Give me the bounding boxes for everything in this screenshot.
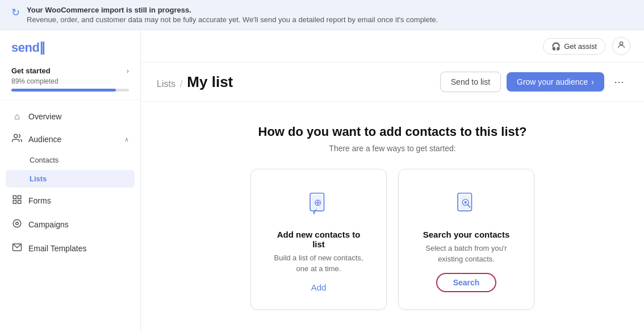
breadcrumb-parent: Lists xyxy=(157,79,175,89)
sidebar: send‖ Get started › 89% completed ⌂ Over… xyxy=(0,30,141,332)
breadcrumb: Lists / My list xyxy=(157,73,440,91)
sidebar-item-campaigns[interactable]: Campaigns xyxy=(0,213,140,236)
search-contacts-icon-wrap xyxy=(448,186,484,223)
svg-point-8 xyxy=(620,42,622,45)
refresh-icon: ↻ xyxy=(11,6,20,19)
svg-rect-4 xyxy=(13,201,16,204)
grow-audience-label: Grow your audience xyxy=(517,77,588,86)
get-assist-button[interactable]: 🎧 Get assist xyxy=(543,38,605,55)
campaigns-icon xyxy=(11,218,23,231)
get-started-progress-text: 89% completed xyxy=(11,77,129,85)
grow-audience-button[interactable]: Grow your audience › xyxy=(507,72,604,92)
search-contacts-label: Search your contacts xyxy=(423,230,510,239)
page-actions: Send to list Grow your audience › ⋯ xyxy=(440,72,628,92)
email-templates-icon xyxy=(11,242,23,255)
user-profile-button[interactable] xyxy=(612,37,630,55)
search-contacts-icon xyxy=(451,189,482,220)
more-options-button[interactable]: ⋯ xyxy=(610,73,628,91)
more-icon: ⋯ xyxy=(614,76,624,88)
grow-audience-chevron-icon: › xyxy=(591,77,594,86)
svg-rect-3 xyxy=(18,201,21,204)
sidebar-item-label-forms: Forms xyxy=(28,196,129,205)
logo: send‖ xyxy=(0,30,140,62)
sidebar-item-label-audience: Audience xyxy=(28,135,119,144)
cards-row: Add new contacts to list Build a list of… xyxy=(250,169,534,310)
breadcrumb-current: My list xyxy=(187,73,233,91)
sidebar-item-contacts[interactable]: Contacts xyxy=(0,151,140,169)
sidebar-item-label-overview: Overview xyxy=(28,112,129,121)
get-started-section: Get started › 89% completed xyxy=(0,62,140,100)
get-assist-label: Get assist xyxy=(564,42,597,51)
progress-bar-background xyxy=(11,89,129,92)
add-contacts-action-label: Add xyxy=(311,283,327,292)
banner-title: Your WooCommerce import is still in prog… xyxy=(27,6,438,14)
page-header: Lists / My list Send to list Grow your a… xyxy=(141,63,644,102)
woocommerce-banner: ↻ Your WooCommerce import is still in pr… xyxy=(0,0,644,30)
add-contacts-icon xyxy=(303,189,334,220)
banner-text-block: Your WooCommerce import is still in prog… xyxy=(27,6,438,24)
svg-rect-10 xyxy=(312,194,323,209)
main-nav: ⌂ Overview Audience ∧ Contacts Lists F xyxy=(0,100,140,332)
sidebar-item-audience[interactable]: Audience ∧ xyxy=(0,127,140,151)
sidebar-item-label-email-templates: Email Templates xyxy=(28,244,129,253)
topbar: 🎧 Get assist xyxy=(141,30,644,63)
main-content: 🎧 Get assist Lists / My list Send to lis… xyxy=(141,30,644,332)
add-contacts-desc: Build a list of new contacts, one at a t… xyxy=(274,252,363,275)
svg-point-5 xyxy=(13,219,21,227)
content-subtitle: There are a few ways to get started: xyxy=(329,144,455,153)
logo-suffix: ‖ xyxy=(39,40,45,55)
progress-bar-fill xyxy=(11,89,116,92)
audience-icon xyxy=(11,133,23,146)
search-contacts-card: Search your contacts Select a batch from… xyxy=(398,169,534,310)
svg-rect-1 xyxy=(13,196,16,198)
content-area: How do you want to add contacts to this … xyxy=(141,102,644,332)
add-contacts-icon-wrap xyxy=(300,186,337,223)
get-started-chevron: › xyxy=(127,67,129,75)
sidebar-item-overview[interactable]: ⌂ Overview xyxy=(0,106,140,127)
send-to-list-label: Send to list xyxy=(451,77,490,86)
sidebar-item-forms[interactable]: Forms xyxy=(0,189,140,213)
sidebar-item-email-templates[interactable]: Email Templates xyxy=(0,236,140,260)
sidebar-item-label-lists: Lists xyxy=(30,175,47,183)
sidebar-item-label-contacts: Contacts xyxy=(30,156,58,164)
user-icon xyxy=(617,40,626,52)
content-title: How do you want to add contacts to this … xyxy=(258,125,527,139)
forms-icon xyxy=(11,194,23,207)
search-contacts-action-button[interactable]: Search xyxy=(436,273,497,292)
audience-chevron-icon: ∧ xyxy=(124,136,129,143)
svg-point-15 xyxy=(465,201,467,203)
sidebar-item-label-campaigns: Campaigns xyxy=(28,220,129,229)
logo-text: send xyxy=(11,40,39,55)
get-started-label: Get started xyxy=(11,67,51,75)
sidebar-item-lists[interactable]: Lists xyxy=(6,170,135,188)
svg-point-0 xyxy=(14,134,18,138)
svg-rect-2 xyxy=(18,196,21,198)
breadcrumb-separator: / xyxy=(180,79,182,89)
banner-subtitle: Revenue, order, and customer data may no… xyxy=(27,15,438,24)
search-contacts-desc: Select a batch from you'r existing conta… xyxy=(421,243,511,265)
headset-icon: 🎧 xyxy=(551,42,561,51)
add-contacts-label: Add new contacts to list xyxy=(274,230,363,249)
svg-point-6 xyxy=(16,222,19,225)
add-contacts-action-button[interactable]: Add xyxy=(311,283,327,292)
home-icon: ⌂ xyxy=(11,111,23,122)
search-contacts-action-label: Search xyxy=(453,278,480,287)
send-to-list-button[interactable]: Send to list xyxy=(440,72,501,92)
get-started-header[interactable]: Get started › xyxy=(11,67,129,75)
add-contacts-card: Add new contacts to list Build a list of… xyxy=(250,169,387,310)
